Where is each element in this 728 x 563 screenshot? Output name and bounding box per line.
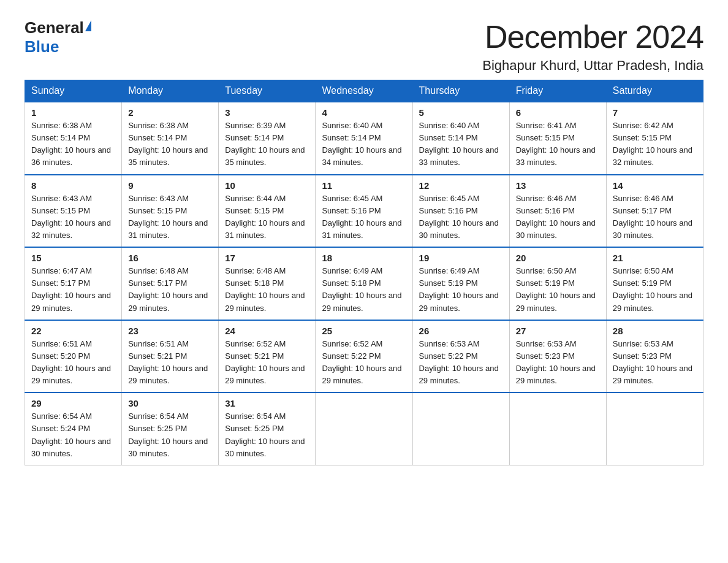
- day-number: 3: [225, 107, 309, 118]
- day-info: Sunrise: 6:52 AMSunset: 5:21 PMDaylight:…: [225, 339, 305, 385]
- calendar-weekday-wednesday: Wednesday: [316, 80, 412, 102]
- day-info: Sunrise: 6:40 AMSunset: 5:14 PMDaylight:…: [322, 121, 401, 167]
- day-number: 23: [128, 326, 212, 336]
- day-number: 31: [225, 398, 309, 408]
- day-info: Sunrise: 6:48 AMSunset: 5:18 PMDaylight:…: [225, 266, 305, 312]
- day-info: Sunrise: 6:51 AMSunset: 5:20 PMDaylight:…: [31, 339, 111, 385]
- day-info: Sunrise: 6:46 AMSunset: 5:17 PMDaylight:…: [613, 194, 692, 240]
- calendar-cell: 27 Sunrise: 6:53 AMSunset: 5:23 PMDaylig…: [509, 320, 606, 393]
- day-number: 4: [322, 107, 406, 118]
- logo-blue: Blue: [25, 37, 59, 56]
- calendar-cell: [509, 393, 606, 465]
- day-info: Sunrise: 6:38 AMSunset: 5:14 PMDaylight:…: [128, 121, 208, 167]
- day-number: 26: [419, 326, 503, 336]
- day-number: 6: [516, 107, 600, 118]
- calendar-cell: 1 Sunrise: 6:38 AMSunset: 5:14 PMDayligh…: [25, 102, 122, 175]
- calendar-cell: 31 Sunrise: 6:54 AMSunset: 5:25 PMDaylig…: [219, 393, 316, 465]
- day-number: 21: [613, 253, 697, 263]
- calendar-weekday-thursday: Thursday: [412, 80, 509, 102]
- day-number: 30: [128, 398, 212, 408]
- calendar-cell: [606, 393, 703, 465]
- day-number: 25: [322, 326, 406, 336]
- calendar-cell: 23 Sunrise: 6:51 AMSunset: 5:21 PMDaylig…: [122, 320, 219, 393]
- calendar-cell: 22 Sunrise: 6:51 AMSunset: 5:20 PMDaylig…: [25, 320, 122, 393]
- calendar-cell: 24 Sunrise: 6:52 AMSunset: 5:21 PMDaylig…: [219, 320, 316, 393]
- day-info: Sunrise: 6:44 AMSunset: 5:15 PMDaylight:…: [225, 194, 305, 240]
- day-info: Sunrise: 6:47 AMSunset: 5:17 PMDaylight:…: [31, 266, 111, 312]
- day-number: 15: [31, 253, 115, 263]
- calendar-cell: 10 Sunrise: 6:44 AMSunset: 5:15 PMDaylig…: [219, 175, 316, 248]
- day-number: 22: [31, 326, 115, 336]
- day-info: Sunrise: 6:45 AMSunset: 5:16 PMDaylight:…: [419, 194, 499, 240]
- day-number: 20: [516, 253, 600, 263]
- calendar-cell: 28 Sunrise: 6:53 AMSunset: 5:23 PMDaylig…: [606, 320, 703, 393]
- day-number: 11: [322, 180, 406, 191]
- day-number: 5: [419, 107, 503, 118]
- calendar-week-row: 1 Sunrise: 6:38 AMSunset: 5:14 PMDayligh…: [25, 102, 703, 175]
- calendar-cell: 2 Sunrise: 6:38 AMSunset: 5:14 PMDayligh…: [122, 102, 219, 175]
- day-number: 14: [613, 180, 697, 191]
- day-number: 24: [225, 326, 309, 336]
- calendar-week-row: 8 Sunrise: 6:43 AMSunset: 5:15 PMDayligh…: [25, 175, 703, 248]
- calendar-cell: 6 Sunrise: 6:41 AMSunset: 5:15 PMDayligh…: [509, 102, 606, 175]
- day-number: 10: [225, 180, 309, 191]
- calendar-cell: 9 Sunrise: 6:43 AMSunset: 5:15 PMDayligh…: [122, 175, 219, 248]
- calendar-cell: 4 Sunrise: 6:40 AMSunset: 5:14 PMDayligh…: [316, 102, 412, 175]
- day-info: Sunrise: 6:54 AMSunset: 5:25 PMDaylight:…: [128, 412, 208, 458]
- calendar-cell: 20 Sunrise: 6:50 AMSunset: 5:19 PMDaylig…: [509, 247, 606, 320]
- day-info: Sunrise: 6:52 AMSunset: 5:22 PMDaylight:…: [322, 339, 401, 385]
- logo-general: General: [25, 18, 84, 37]
- day-number: 13: [516, 180, 600, 191]
- day-info: Sunrise: 6:50 AMSunset: 5:19 PMDaylight:…: [516, 266, 596, 312]
- day-info: Sunrise: 6:49 AMSunset: 5:19 PMDaylight:…: [419, 266, 499, 312]
- calendar-cell: 13 Sunrise: 6:46 AMSunset: 5:16 PMDaylig…: [509, 175, 606, 248]
- day-info: Sunrise: 6:40 AMSunset: 5:14 PMDaylight:…: [419, 121, 499, 167]
- day-number: 7: [613, 107, 697, 118]
- day-number: 27: [516, 326, 600, 336]
- calendar-cell: 14 Sunrise: 6:46 AMSunset: 5:17 PMDaylig…: [606, 175, 703, 248]
- location-title: Bighapur Khurd, Uttar Pradesh, India: [482, 58, 703, 74]
- day-number: 8: [31, 180, 115, 191]
- calendar-cell: 12 Sunrise: 6:45 AMSunset: 5:16 PMDaylig…: [412, 175, 509, 248]
- calendar-cell: 21 Sunrise: 6:50 AMSunset: 5:19 PMDaylig…: [606, 247, 703, 320]
- day-number: 16: [128, 253, 212, 263]
- day-info: Sunrise: 6:50 AMSunset: 5:19 PMDaylight:…: [613, 266, 692, 312]
- calendar-cell: 7 Sunrise: 6:42 AMSunset: 5:15 PMDayligh…: [606, 102, 703, 175]
- calendar-cell: 26 Sunrise: 6:53 AMSunset: 5:22 PMDaylig…: [412, 320, 509, 393]
- calendar-cell: 25 Sunrise: 6:52 AMSunset: 5:22 PMDaylig…: [316, 320, 412, 393]
- calendar-cell: 19 Sunrise: 6:49 AMSunset: 5:19 PMDaylig…: [412, 247, 509, 320]
- month-title: December 2024: [482, 18, 703, 55]
- calendar-week-row: 22 Sunrise: 6:51 AMSunset: 5:20 PMDaylig…: [25, 320, 703, 393]
- day-number: 1: [31, 107, 115, 118]
- calendar-cell: 8 Sunrise: 6:43 AMSunset: 5:15 PMDayligh…: [25, 175, 122, 248]
- calendar-cell: 30 Sunrise: 6:54 AMSunset: 5:25 PMDaylig…: [122, 393, 219, 465]
- day-number: 12: [419, 180, 503, 191]
- day-info: Sunrise: 6:45 AMSunset: 5:16 PMDaylight:…: [322, 194, 401, 240]
- day-number: 28: [613, 326, 697, 336]
- calendar-weekday-sunday: Sunday: [25, 80, 122, 102]
- day-info: Sunrise: 6:54 AMSunset: 5:25 PMDaylight:…: [225, 412, 305, 458]
- day-info: Sunrise: 6:39 AMSunset: 5:14 PMDaylight:…: [225, 121, 305, 167]
- calendar-cell: 3 Sunrise: 6:39 AMSunset: 5:14 PMDayligh…: [219, 102, 316, 175]
- calendar-cell: 29 Sunrise: 6:54 AMSunset: 5:24 PMDaylig…: [25, 393, 122, 465]
- day-number: 29: [31, 398, 115, 408]
- day-info: Sunrise: 6:53 AMSunset: 5:22 PMDaylight:…: [419, 339, 499, 385]
- calendar-cell: 16 Sunrise: 6:48 AMSunset: 5:17 PMDaylig…: [122, 247, 219, 320]
- calendar-cell: 17 Sunrise: 6:48 AMSunset: 5:18 PMDaylig…: [219, 247, 316, 320]
- calendar-weekday-friday: Friday: [509, 80, 606, 102]
- day-number: 2: [128, 107, 212, 118]
- calendar-week-row: 15 Sunrise: 6:47 AMSunset: 5:17 PMDaylig…: [25, 247, 703, 320]
- calendar-week-row: 29 Sunrise: 6:54 AMSunset: 5:24 PMDaylig…: [25, 393, 703, 465]
- calendar-cell: [316, 393, 412, 465]
- calendar-weekday-tuesday: Tuesday: [219, 80, 316, 102]
- title-block: December 2024 Bighapur Khurd, Uttar Prad…: [482, 18, 703, 74]
- day-number: 17: [225, 253, 309, 263]
- day-info: Sunrise: 6:53 AMSunset: 5:23 PMDaylight:…: [613, 339, 692, 385]
- page-header: General Blue December 2024 Bighapur Khur…: [25, 18, 703, 74]
- logo: General Blue: [25, 18, 91, 56]
- calendar-cell: [412, 393, 509, 465]
- calendar-weekday-saturday: Saturday: [606, 80, 703, 102]
- day-number: 18: [322, 253, 406, 263]
- calendar-cell: 18 Sunrise: 6:49 AMSunset: 5:18 PMDaylig…: [316, 247, 412, 320]
- calendar-table: SundayMondayTuesdayWednesdayThursdayFrid…: [25, 80, 703, 465]
